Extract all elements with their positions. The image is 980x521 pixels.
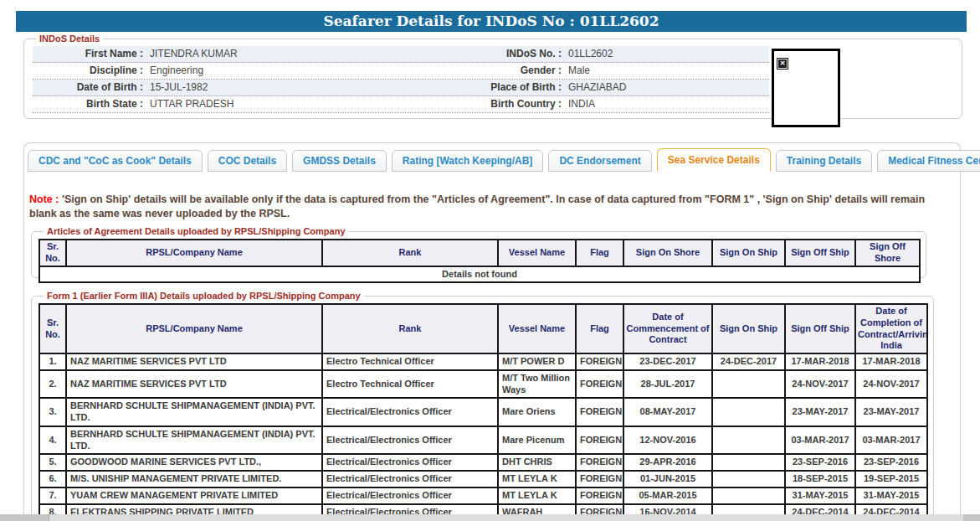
form1-cell: 1. [39, 353, 66, 370]
form1-cell: 28-JUL-2017 [623, 370, 712, 399]
indos-details-legend: INDoS Details [36, 34, 103, 44]
form1-cell: 6. [39, 471, 66, 487]
form1-cell [712, 471, 785, 487]
form1-cell: M/T POWER D [498, 353, 576, 370]
field-value: UTTAR PRADESH [143, 96, 463, 112]
articles-column-header: Sign On Ship [712, 240, 785, 266]
form1-table-row: 6.M/S. UNISHIP MANAGEMENT PRIVATE LIMITE… [39, 471, 927, 487]
horizontal-scrollbar[interactable] [0, 514, 980, 521]
form1-column-header: Date of Completion of Contract/Arriving … [855, 304, 927, 353]
form1-cell: Mare Picenum [498, 426, 576, 455]
articles-column-header: Sr. No. [39, 240, 66, 266]
articles-section: Articles of Agreement Details uploaded b… [31, 226, 926, 278]
form1-cell: 24-NOV-2017 [785, 370, 855, 399]
form1-cell: Electro Technical Officer [322, 370, 498, 399]
form1-cell [712, 454, 785, 471]
form1-cell: Electrical/Electronics Officer [322, 426, 498, 455]
form1-cell: 18-SEP-2015 [785, 471, 855, 487]
form1-cell: 23-MAY-2017 [855, 398, 927, 426]
form1-cell: Mare Oriens [498, 398, 576, 426]
form1-table-row: 4.BERNHARD SCHULTE SHIPMANAGEMENT (INDIA… [39, 426, 927, 455]
form1-cell: 03-MAR-2017 [785, 426, 855, 455]
field-label: Place of Birth : [463, 80, 562, 95]
form1-table-row: 1.NAZ MARITIME SERVICES PVT LTDElectro T… [39, 353, 927, 370]
form1-cell: 24-DEC-2017 [712, 353, 785, 370]
form1-cell: 5. [39, 454, 66, 471]
form1-cell: FOREIGN [576, 471, 623, 487]
form1-table-row: 3.BERNHARD SCHULTE SHIPMANAGEMENT (INDIA… [39, 398, 927, 426]
form1-section: Form 1 (Earlier Form IIIA) Details uploa… [31, 291, 934, 518]
tab-rating-watch-keeping-ab[interactable]: Rating [Watch Keeping/AB] [392, 150, 544, 172]
indos-row: Date of Birth : 15-JUL-1982 Place of Bir… [33, 80, 769, 96]
form1-cell: Electrical/Electronics Officer [322, 487, 498, 504]
form1-cell: 17-MAR-2018 [785, 353, 855, 370]
form1-header-row: Sr. No.RPSL/Company NameRankVessel NameF… [39, 304, 927, 353]
note-label: Note : [29, 193, 59, 205]
field-label: Birth State : [33, 96, 143, 112]
articles-column-header: Flag [576, 240, 623, 266]
form1-column-header: Flag [576, 304, 623, 353]
form1-cell: 23-SEP-2016 [785, 454, 855, 471]
form1-cell [712, 487, 785, 504]
note-body: 'Sign on Ship' details will be available… [29, 193, 925, 220]
form1-cell: 03-MAR-2017 [855, 426, 927, 455]
form1-cell: NAZ MARITIME SERVICES PVT LTD [66, 370, 322, 399]
articles-legend: Articles of Agreement Details uploaded b… [44, 226, 349, 236]
field-value: JITENDRA KUMAR [143, 46, 463, 62]
field-value: Male [562, 63, 769, 79]
form1-cell: 2. [39, 370, 66, 399]
broken-image-icon: ✕ [777, 58, 788, 70]
seafarer-photo-placeholder: ✕ [772, 49, 840, 127]
articles-column-header: Rank [322, 240, 498, 266]
field-value: 01LL2602 [562, 46, 769, 62]
field-label: Date of Birth : [33, 80, 143, 95]
horizontal-scrollbar-thumb[interactable] [49, 514, 963, 521]
field-label: Discipline : [33, 63, 143, 79]
form1-cell: Electro Technical Officer [322, 353, 498, 370]
form1-cell: 08-MAY-2017 [623, 398, 712, 426]
form1-cell: FOREIGN [576, 487, 623, 504]
form1-cell: 4. [39, 426, 66, 455]
form1-cell: NAZ MARITIME SERVICES PVT LTD [66, 353, 322, 370]
articles-column-header: RPSL/Company Name [66, 240, 322, 266]
tab-cdc-and-coc-as-cook-details[interactable]: CDC and "CoC as Cook" Details [28, 150, 203, 172]
form1-cell: 3. [39, 398, 66, 426]
form1-legend: Form 1 (Earlier Form IIIA) Details uploa… [44, 291, 364, 301]
note-text: Note : 'Sign on Ship' details will be av… [29, 193, 950, 222]
tab-training-details[interactable]: Training Details [776, 150, 872, 172]
tab-gmdss-details[interactable]: GMDSS Details [292, 150, 387, 172]
form1-cell: 31-MAY-2015 [785, 487, 855, 504]
articles-column-header: Sign Off Ship [785, 240, 855, 266]
articles-empty-row: Details not found [39, 266, 920, 283]
indos-details-grid: First Name : JITENDRA KUMAR INDoS No. : … [33, 46, 769, 113]
form1-cell: 29-APR-2016 [623, 454, 712, 471]
tab-sea-service-details[interactable]: Sea Service Details [657, 148, 771, 172]
form1-cell: GOODWOOD MARINE SERVICES PVT LTD., [66, 454, 322, 471]
form1-cell: Electrical/Electronics Officer [322, 398, 498, 426]
tab-coc-details[interactable]: COC Details [208, 150, 287, 172]
form1-cell: 23-DEC-2017 [623, 353, 712, 370]
form1-cell: M/T Two Million Ways [498, 370, 576, 399]
tab-medical-fitness-certificate[interactable]: Medical Fitness Certificate [877, 150, 980, 172]
articles-column-header: Sign On Shore [623, 240, 712, 266]
form1-cell: 23-SEP-2016 [855, 454, 927, 471]
form1-cell: 05-MAR-2015 [623, 487, 712, 504]
form1-cell: DHT CHRIS [498, 454, 576, 471]
tab-panel: CDC and "CoC as Cook" DetailsCOC Details… [23, 142, 961, 521]
form1-cell: BERNHARD SCHULTE SHIPMANAGEMENT (INDIA) … [66, 398, 322, 426]
page-title: Seafarer Details for INDoS No : 01LL2602 [16, 11, 967, 32]
form1-cell: 24-NOV-2017 [855, 370, 927, 399]
field-value: INDIA [562, 96, 769, 112]
form1-column-header: Sign On Ship [712, 304, 785, 353]
field-value: 15-JUL-1982 [143, 80, 463, 95]
form1-cell [712, 370, 785, 399]
form1-cell: 01-JUN-2015 [623, 471, 712, 487]
form1-column-header: RPSL/Company Name [66, 304, 322, 353]
form1-table-body: 1.NAZ MARITIME SERVICES PVT LTDElectro T… [39, 353, 927, 521]
form1-column-header: Date of Commencement of Contract [623, 304, 712, 353]
details-not-found-message: Details not found [39, 266, 920, 283]
tab-dc-endorsement[interactable]: DC Endorsement [548, 150, 651, 172]
articles-header-row: Sr. No.RPSL/Company NameRankVessel NameF… [39, 240, 920, 266]
form1-cell [712, 398, 785, 426]
form1-column-header: Vessel Name [498, 304, 576, 353]
